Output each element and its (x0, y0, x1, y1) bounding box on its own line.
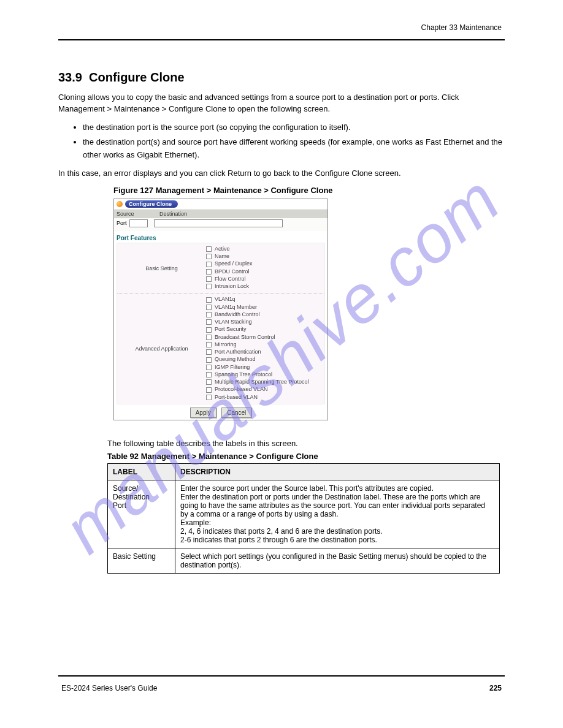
checkbox-icon[interactable] (206, 312, 212, 317)
page-content: 33.9 Configure Clone Cloning allows you … (58, 55, 505, 574)
checkbox-label: Protocol-based VLAN (215, 386, 268, 393)
checkbox-icon[interactable] (206, 357, 212, 363)
checkbox-icon[interactable] (206, 305, 212, 310)
checkbox-row: Name (206, 253, 324, 260)
port-input-row: Port (114, 218, 327, 231)
td-label: Source/ Destination Port (108, 480, 175, 548)
footer-rule (58, 675, 505, 677)
advanced-checkbox-column: VLAN1q VLAN1q Member Bandwidth Control V… (206, 294, 324, 404)
table-row: Basic Setting Select which port settings… (108, 548, 500, 573)
destination-port-input[interactable] (154, 219, 283, 227)
section-number: 33.9 (58, 70, 82, 84)
checkbox-row: BPDU Control (206, 268, 324, 276)
checkbox-row: Active (206, 246, 324, 253)
section-heading: 33.9 Configure Clone (58, 70, 505, 85)
advanced-application-row: Advanced Application VLAN1q VLAN1q Membe… (117, 294, 324, 404)
port-label: Port (117, 220, 127, 226)
checkbox-icon[interactable] (206, 246, 212, 252)
cancel-button[interactable]: Cancel (221, 408, 251, 418)
table-caption: Table 92 Management > Maintenance > Conf… (107, 452, 505, 461)
td-description: Select which port settings (you configur… (175, 548, 500, 573)
checkbox-row: Bandwidth Control (206, 311, 324, 319)
list-item: the destination port(s) and source port … (83, 136, 505, 162)
basic-setting-label: Basic Setting (117, 243, 206, 294)
th-label: LABEL (108, 463, 175, 480)
checkbox-row: Intrusion Lock (206, 283, 324, 290)
checkbox-icon[interactable] (206, 297, 212, 303)
checkbox-row: Spanning Tree Protocol (206, 371, 324, 379)
checkbox-row: IGMP Filtering (206, 364, 324, 371)
advanced-application-label: Advanced Application (117, 294, 206, 404)
header-source: Source (114, 210, 157, 218)
checkbox-label: Queuing Method (215, 356, 256, 363)
checkbox-icon[interactable] (206, 379, 212, 385)
footer-page-number: 225 (489, 684, 502, 692)
checkbox-icon[interactable] (206, 276, 212, 282)
figure-button-row: Apply Cancel (114, 404, 327, 420)
figure-caption: Figure 127 Management > Maintenance > Co… (113, 186, 505, 195)
checkbox-row: Queuing Method (206, 356, 324, 363)
checkbox-icon[interactable] (206, 254, 212, 259)
checkbox-label: Spanning Tree Protocol (215, 371, 272, 378)
checkbox-icon[interactable] (206, 365, 212, 370)
checkbox-icon[interactable] (206, 284, 212, 289)
apply-button[interactable]: Apply (190, 408, 216, 418)
description-table: LABEL DESCRIPTION Source/ Destination Po… (107, 463, 500, 574)
checkbox-label: Mirroring (215, 341, 237, 348)
figure-configure-clone: Configure Clone Source Destination Port … (113, 199, 328, 420)
source-port-input[interactable] (129, 219, 148, 227)
checkbox-label: Speed / Duplex (215, 260, 253, 267)
checkbox-row: Mirroring (206, 341, 324, 349)
table-intro: The following table describes the labels… (107, 439, 505, 448)
checkbox-icon[interactable] (206, 395, 212, 400)
checkbox-row: Speed / Duplex (206, 260, 324, 268)
checkbox-row: Port Authentication (206, 349, 324, 356)
checkbox-row: Protocol-based VLAN (206, 386, 324, 393)
checkbox-icon[interactable] (206, 262, 212, 267)
checkbox-icon[interactable] (206, 342, 212, 347)
checkbox-row: Port-based VLAN (206, 394, 324, 401)
checkbox-icon[interactable] (206, 387, 212, 393)
port-header-row: Source Destination (114, 209, 327, 218)
checkbox-label: Name (215, 253, 229, 260)
orb-icon (117, 201, 123, 207)
checkbox-label: Port Authentication (215, 349, 261, 355)
section-title-text: Configure Clone (89, 70, 185, 84)
checkbox-row: VLAN1q Member (206, 304, 324, 311)
intro-paragraph: Cloning allows you to copy the basic and… (58, 92, 505, 115)
table-header-row: LABEL DESCRIPTION (108, 463, 500, 480)
checkbox-label: Flow Control (215, 276, 246, 282)
list-item: the destination port is the source port … (83, 121, 505, 134)
checkbox-label: Port-based VLAN (215, 394, 258, 401)
basic-setting-row: Basic Setting Active Name Speed / Duplex… (117, 243, 324, 294)
bullet-list: the destination port is the source port … (83, 121, 505, 162)
checkbox-row: Multiple Rapid Spanning Tree Protocol (206, 379, 324, 386)
figure-title: Configure Clone (125, 200, 178, 208)
checkbox-icon[interactable] (206, 335, 212, 340)
checkbox-icon[interactable] (206, 349, 212, 355)
checkbox-label: Multiple Rapid Spanning Tree Protocol (215, 379, 309, 385)
header-destination: Destination (157, 210, 327, 218)
table-row: Source/ Destination Port Enter the sourc… (108, 480, 500, 548)
checkbox-row: VLAN1q (206, 296, 324, 303)
td-description: Enter the source port under the Source l… (175, 480, 500, 548)
checkbox-icon[interactable] (206, 372, 212, 377)
checkbox-label: Port Security (215, 326, 247, 333)
checkbox-label: VLAN Stacking (215, 319, 252, 325)
checkbox-label: IGMP Filtering (215, 364, 250, 371)
checkbox-icon[interactable] (206, 269, 212, 275)
port-features-heading: Port Features (114, 231, 327, 243)
checkbox-label: Active (215, 246, 230, 252)
checkbox-label: Broadcast Storm Control (215, 334, 275, 341)
figure-titlebar: Configure Clone (114, 199, 327, 209)
checkbox-icon[interactable] (206, 327, 212, 333)
th-description: DESCRIPTION (175, 463, 500, 480)
checkbox-row: Flow Control (206, 276, 324, 283)
checkbox-row: VLAN Stacking (206, 319, 324, 326)
checkbox-icon[interactable] (206, 319, 212, 325)
checkbox-row: Port Security (206, 326, 324, 333)
checkbox-label: BPDU Control (215, 268, 250, 275)
td-label: Basic Setting (108, 548, 175, 573)
checkbox-row: Broadcast Storm Control (206, 334, 324, 341)
checkbox-label: VLAN1q (215, 296, 236, 303)
